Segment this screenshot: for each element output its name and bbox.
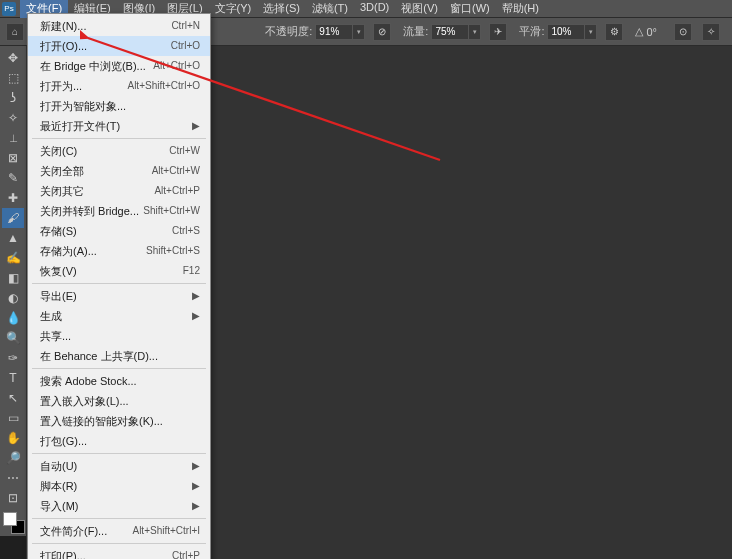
type-tool[interactable]: T xyxy=(2,368,24,388)
move-tool[interactable]: ✥ xyxy=(2,48,24,68)
menu-item[interactable]: 置入链接的智能对象(K)... xyxy=(28,411,210,431)
menu-item-shortcut: Ctrl+W xyxy=(169,143,200,159)
eyedropper-tool[interactable]: ✎ xyxy=(2,168,24,188)
symmetry-icon[interactable]: ✧ xyxy=(702,23,720,41)
crop-tool[interactable]: ⟂ xyxy=(2,128,24,148)
menu-item-label: 关闭全部 xyxy=(40,163,84,179)
angle-value[interactable]: 0° xyxy=(646,26,657,38)
menu-帮助[interactable]: 帮助(H) xyxy=(496,0,545,18)
submenu-arrow-icon: ▶ xyxy=(192,498,200,514)
angle-icon: △ xyxy=(635,25,643,38)
opacity-dd-icon[interactable]: ▾ xyxy=(353,24,365,40)
menu-item-shortcut: Ctrl+O xyxy=(171,38,200,54)
menu-item-shortcut: Alt+Ctrl+O xyxy=(153,58,200,74)
menu-item[interactable]: 打开(O)...Ctrl+O xyxy=(28,36,210,56)
brush-tool[interactable]: 🖌 xyxy=(2,208,24,228)
menu-item-label: 置入链接的智能对象(K)... xyxy=(40,413,163,429)
submenu-arrow-icon: ▶ xyxy=(192,118,200,134)
shape-tool[interactable]: ▭ xyxy=(2,408,24,428)
history-brush-tool[interactable]: ✍ xyxy=(2,248,24,268)
menu-item[interactable]: 生成▶ xyxy=(28,306,210,326)
menu-item[interactable]: 打包(G)... xyxy=(28,431,210,451)
flow-input[interactable]: 75% xyxy=(431,24,469,40)
menu-item-shortcut: Alt+Ctrl+P xyxy=(154,183,200,199)
menu-item-label: 导出(E) xyxy=(40,288,77,304)
color-swatch[interactable] xyxy=(3,512,25,534)
menu-item[interactable]: 脚本(R)▶ xyxy=(28,476,210,496)
menu-选择[interactable]: 选择(S) xyxy=(257,0,306,18)
menu-item[interactable]: 存储(S)Ctrl+S xyxy=(28,221,210,241)
edit-toolbar[interactable]: ⊡ xyxy=(2,488,24,508)
menu-item-label: 关闭其它 xyxy=(40,183,84,199)
submenu-arrow-icon: ▶ xyxy=(192,308,200,324)
pressure-opacity-icon[interactable]: ⊘ xyxy=(373,23,391,41)
more-tool[interactable]: ⋯ xyxy=(2,468,24,488)
menu-item[interactable]: 文件简介(F)...Alt+Shift+Ctrl+I xyxy=(28,521,210,541)
menu-窗口[interactable]: 窗口(W) xyxy=(444,0,496,18)
menu-item[interactable]: 置入嵌入对象(L)... xyxy=(28,391,210,411)
hand-tool[interactable]: ✋ xyxy=(2,428,24,448)
toolbox: ✥⬚ʖ✧⟂⊠✎✚🖌▲✍◧◐💧🔍✑T↖▭✋🔎⋯⊡ xyxy=(0,46,26,536)
smoothing-input[interactable]: 10% xyxy=(547,24,585,40)
menu-item-label: 恢复(V) xyxy=(40,263,77,279)
file-menu-dropdown: 新建(N)...Ctrl+N打开(O)...Ctrl+O在 Bridge 中浏览… xyxy=(27,13,211,559)
menu-item-label: 最近打开文件(T) xyxy=(40,118,120,134)
menu-item-label: 文件简介(F)... xyxy=(40,523,107,539)
eraser-tool[interactable]: ◧ xyxy=(2,268,24,288)
menu-视图[interactable]: 视图(V) xyxy=(395,0,444,18)
menu-item[interactable]: 共享... xyxy=(28,326,210,346)
submenu-arrow-icon: ▶ xyxy=(192,478,200,494)
pen-tool[interactable]: ✑ xyxy=(2,348,24,368)
pressure-size-icon[interactable]: ⊙ xyxy=(674,23,692,41)
menu-item-label: 生成 xyxy=(40,308,62,324)
path-tool[interactable]: ↖ xyxy=(2,388,24,408)
menu-item[interactable]: 关闭其它Alt+Ctrl+P xyxy=(28,181,210,201)
menu-item[interactable]: 关闭(C)Ctrl+W xyxy=(28,141,210,161)
dodge-tool[interactable]: 🔍 xyxy=(2,328,24,348)
menu-item-label: 关闭(C) xyxy=(40,143,77,159)
menu-item[interactable]: 存储为(A)...Shift+Ctrl+S xyxy=(28,241,210,261)
menu-item[interactable]: 打开为智能对象... xyxy=(28,96,210,116)
menu-滤镜[interactable]: 滤镜(T) xyxy=(306,0,354,18)
opacity-input[interactable]: 91% xyxy=(315,24,353,40)
menu-3d[interactable]: 3D(D) xyxy=(354,0,395,18)
menu-item[interactable]: 导入(M)▶ xyxy=(28,496,210,516)
menu-item-label: 置入嵌入对象(L)... xyxy=(40,393,129,409)
menu-item-label: 自动(U) xyxy=(40,458,77,474)
menu-item[interactable]: 在 Bridge 中浏览(B)...Alt+Ctrl+O xyxy=(28,56,210,76)
menu-item[interactable]: 搜索 Adobe Stock... xyxy=(28,371,210,391)
healing-tool[interactable]: ✚ xyxy=(2,188,24,208)
foreground-color[interactable] xyxy=(3,512,17,526)
menu-item-shortcut: Ctrl+P xyxy=(172,548,200,559)
menu-item[interactable]: 关闭并转到 Bridge...Shift+Ctrl+W xyxy=(28,201,210,221)
menu-文字[interactable]: 文字(Y) xyxy=(209,0,258,18)
menu-item[interactable]: 在 Behance 上共享(D)... xyxy=(28,346,210,366)
photoshop-icon: Ps xyxy=(2,2,16,16)
menu-item[interactable]: 恢复(V)F12 xyxy=(28,261,210,281)
menu-item-label: 在 Bridge 中浏览(B)... xyxy=(40,58,146,74)
gradient-tool[interactable]: ◐ xyxy=(2,288,24,308)
frame-tool[interactable]: ⊠ xyxy=(2,148,24,168)
lasso-tool[interactable]: ʖ xyxy=(2,88,24,108)
menu-item[interactable]: 自动(U)▶ xyxy=(28,456,210,476)
flow-dd-icon[interactable]: ▾ xyxy=(469,24,481,40)
airbrush-icon[interactable]: ✈ xyxy=(489,23,507,41)
menu-item[interactable]: 最近打开文件(T)▶ xyxy=(28,116,210,136)
zoom-tool[interactable]: 🔎 xyxy=(2,448,24,468)
menu-item[interactable]: 导出(E)▶ xyxy=(28,286,210,306)
smoothing-options-icon[interactable]: ⚙ xyxy=(605,23,623,41)
blur-tool[interactable]: 💧 xyxy=(2,308,24,328)
menu-item[interactable]: 打开为...Alt+Shift+Ctrl+O xyxy=(28,76,210,96)
menu-item[interactable]: 新建(N)...Ctrl+N xyxy=(28,16,210,36)
home-icon[interactable]: ⌂ xyxy=(6,23,24,41)
menu-item-label: 关闭并转到 Bridge... xyxy=(40,203,139,219)
opacity-label: 不透明度: xyxy=(265,24,312,39)
stamp-tool[interactable]: ▲ xyxy=(2,228,24,248)
smoothing-dd-icon[interactable]: ▾ xyxy=(585,24,597,40)
menu-item[interactable]: 打印(P)...Ctrl+P xyxy=(28,546,210,559)
marquee-tool[interactable]: ⬚ xyxy=(2,68,24,88)
menu-item-shortcut: Alt+Shift+Ctrl+I xyxy=(132,523,200,539)
menu-item-shortcut: F12 xyxy=(183,263,200,279)
menu-item[interactable]: 关闭全部Alt+Ctrl+W xyxy=(28,161,210,181)
wand-tool[interactable]: ✧ xyxy=(2,108,24,128)
